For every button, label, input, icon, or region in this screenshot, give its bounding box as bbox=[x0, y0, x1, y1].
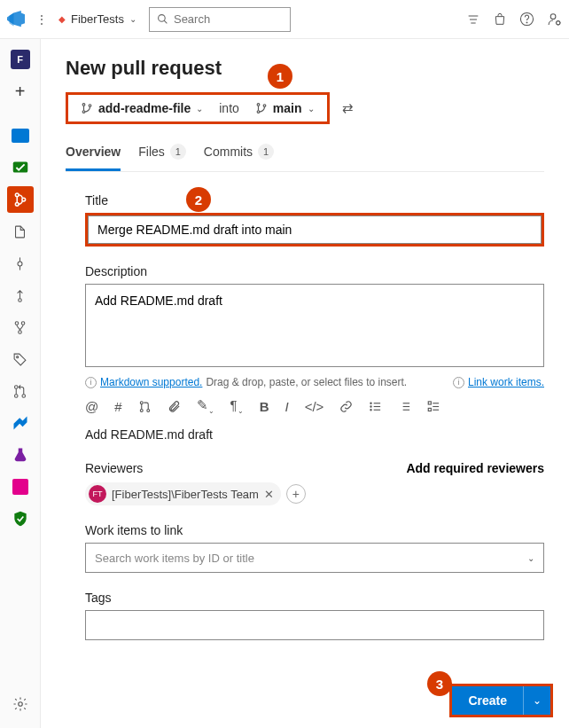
numbered-list-icon[interactable] bbox=[398, 400, 411, 413]
svg-point-32 bbox=[263, 105, 266, 107]
rail-branches[interactable] bbox=[7, 314, 34, 341]
svg-point-19 bbox=[21, 321, 25, 325]
rail-pullrequests[interactable] bbox=[7, 378, 34, 404]
target-branch-name: main bbox=[273, 101, 302, 115]
rail-pipelines[interactable] bbox=[7, 410, 34, 436]
heading-icon[interactable]: ¶⌄ bbox=[230, 397, 244, 415]
rail-add[interactable]: + bbox=[7, 78, 34, 105]
project-diamond-icon: ◆ bbox=[58, 14, 66, 24]
svg-point-27 bbox=[82, 104, 85, 106]
svg-rect-49 bbox=[429, 401, 432, 403]
rail-testplans[interactable] bbox=[7, 442, 34, 468]
search-box[interactable] bbox=[149, 7, 291, 32]
add-required-reviewers-link[interactable]: Add required reviewers bbox=[406, 461, 544, 475]
svg-point-42 bbox=[370, 409, 371, 410]
svg-point-31 bbox=[257, 111, 260, 114]
rail-pushes[interactable] bbox=[7, 282, 34, 309]
azure-devops-logo[interactable] bbox=[7, 11, 25, 28]
mention-icon[interactable]: @ bbox=[85, 399, 98, 414]
bold-icon[interactable]: B bbox=[260, 399, 269, 414]
avatar: FT bbox=[89, 485, 106, 503]
search-icon bbox=[157, 13, 168, 25]
editor-toolbar: @ # ✎⌄ ¶⌄ B I </> bbox=[85, 397, 544, 415]
description-textarea[interactable] bbox=[85, 284, 544, 367]
rail-compliance[interactable] bbox=[7, 505, 34, 532]
code-icon[interactable]: </> bbox=[305, 399, 324, 414]
svg-rect-50 bbox=[429, 408, 432, 411]
svg-point-6 bbox=[526, 22, 527, 23]
svg-point-26 bbox=[18, 702, 22, 707]
svg-line-1 bbox=[164, 20, 167, 23]
branch-icon bbox=[255, 102, 268, 114]
rail-commits[interactable] bbox=[7, 250, 34, 277]
svg-point-28 bbox=[82, 111, 85, 114]
link-icon[interactable] bbox=[339, 400, 353, 413]
source-branch-name: add-readme-file bbox=[98, 101, 191, 115]
rail-settings[interactable] bbox=[7, 691, 34, 717]
pr-icon[interactable] bbox=[138, 400, 152, 413]
svg-point-33 bbox=[140, 401, 143, 403]
italic-icon[interactable]: I bbox=[284, 399, 288, 414]
tab-commits[interactable]: Commits1 bbox=[204, 138, 274, 171]
bullet-list-icon[interactable] bbox=[369, 400, 382, 413]
project-picker[interactable]: ◆ FiberTests ⌄ bbox=[58, 12, 136, 26]
svg-point-40 bbox=[370, 403, 371, 403]
add-reviewer-button[interactable]: + bbox=[286, 484, 306, 504]
svg-point-30 bbox=[257, 104, 260, 106]
create-dropdown[interactable]: ⌄ bbox=[523, 686, 550, 715]
svg-point-23 bbox=[14, 394, 18, 397]
svg-point-20 bbox=[19, 330, 22, 333]
work-items-select[interactable]: Search work items by ID or title ⌄ bbox=[85, 543, 544, 573]
tab-overview[interactable]: Overview bbox=[66, 138, 121, 171]
checklist-icon[interactable] bbox=[427, 400, 440, 413]
svg-rect-9 bbox=[12, 162, 27, 173]
rail-files[interactable] bbox=[7, 218, 34, 245]
rail-overview[interactable] bbox=[7, 122, 34, 149]
svg-point-34 bbox=[140, 409, 143, 411]
create-button-group: Create ⌄ bbox=[449, 684, 553, 717]
remove-reviewer-icon[interactable]: ✕ bbox=[264, 488, 274, 501]
marketplace-icon[interactable] bbox=[493, 12, 507, 27]
reviewers-label: Reviewers bbox=[85, 461, 143, 475]
title-label: Title bbox=[85, 193, 544, 207]
rail-boards[interactable] bbox=[7, 154, 34, 181]
svg-point-12 bbox=[21, 198, 25, 201]
chevron-down-icon: ⌄ bbox=[196, 104, 203, 114]
user-settings-icon[interactable] bbox=[547, 12, 562, 27]
svg-point-16 bbox=[19, 298, 22, 301]
workitem-icon[interactable]: # bbox=[114, 399, 121, 414]
svg-point-8 bbox=[557, 21, 560, 25]
tags-label: Tags bbox=[85, 591, 544, 605]
help-icon[interactable] bbox=[519, 12, 534, 27]
search-input[interactable] bbox=[174, 12, 283, 26]
target-branch-picker[interactable]: main ⌄ bbox=[250, 98, 320, 118]
info-icon: i bbox=[453, 377, 464, 388]
chevron-down-icon: ⌄ bbox=[308, 104, 315, 114]
attach-icon[interactable] bbox=[168, 400, 181, 413]
work-items-label: Work items to link bbox=[85, 523, 544, 537]
swap-branches-icon[interactable]: ⇄ bbox=[342, 100, 354, 116]
filter-icon[interactable] bbox=[466, 12, 480, 27]
svg-point-21 bbox=[17, 356, 19, 357]
markdown-supported-link[interactable]: Markdown supported. bbox=[100, 376, 202, 388]
create-button[interactable]: Create bbox=[452, 686, 523, 715]
reviewer-name: [FiberTests]\FiberTests Team bbox=[112, 488, 259, 501]
drag-hint: Drag & drop, paste, or select files to i… bbox=[206, 376, 407, 388]
svg-point-18 bbox=[15, 321, 19, 325]
tab-files[interactable]: Files1 bbox=[138, 138, 186, 171]
rail-tags[interactable] bbox=[7, 346, 34, 372]
rail-project[interactable]: F bbox=[7, 46, 34, 73]
chevron-down-icon: ⌄ bbox=[129, 14, 136, 24]
more-icon[interactable]: ⋮ bbox=[32, 12, 51, 27]
tags-input[interactable] bbox=[85, 610, 544, 640]
link-work-items-link[interactable]: Link work items. bbox=[468, 376, 544, 388]
title-input[interactable] bbox=[88, 215, 542, 244]
source-branch-picker[interactable]: add-readme-file ⌄ bbox=[75, 98, 208, 118]
branch-selector-block: add-readme-file ⌄ into main ⌄ bbox=[66, 92, 330, 124]
rail-artifacts[interactable] bbox=[7, 474, 34, 500]
rail-repos[interactable] bbox=[7, 186, 34, 213]
chevron-down-icon: ⌄ bbox=[533, 694, 542, 707]
svg-point-24 bbox=[22, 394, 26, 397]
highlight-icon[interactable]: ✎⌄ bbox=[197, 397, 214, 415]
left-nav-rail: F + bbox=[0, 39, 41, 728]
